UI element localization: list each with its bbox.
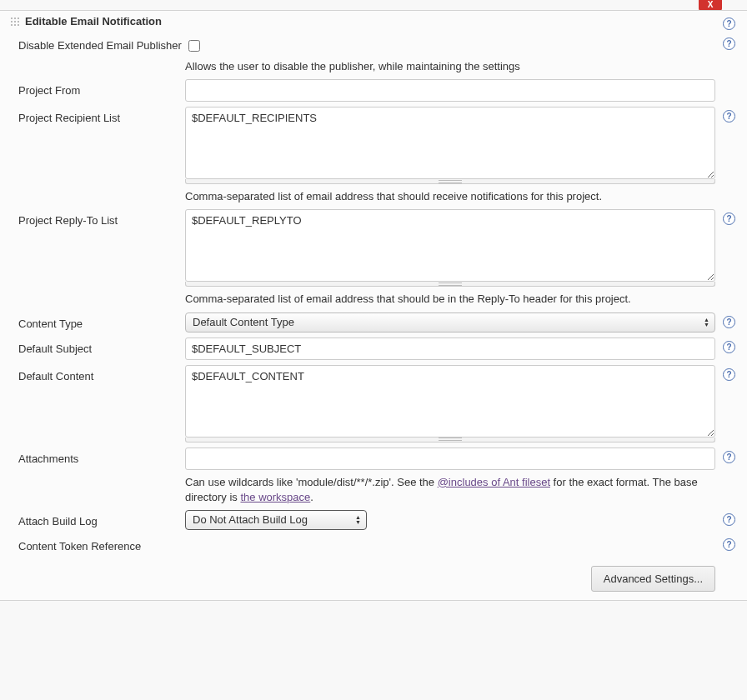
content-token-ref-label: Content Token Reference bbox=[10, 535, 185, 552]
disable-publisher-checkbox[interactable] bbox=[188, 40, 200, 52]
content-type-select[interactable]: Default Content Type bbox=[185, 312, 715, 332]
ant-fileset-link[interactable]: @includes of Ant fileset bbox=[438, 476, 550, 488]
workspace-link[interactable]: the workspace bbox=[240, 491, 310, 503]
default-subject-label: Default Subject bbox=[10, 338, 185, 355]
disable-publisher-label: Disable Extended Email Publisher bbox=[10, 34, 185, 52]
resize-handle[interactable] bbox=[185, 438, 715, 442]
attachments-input[interactable] bbox=[185, 448, 715, 470]
recipient-list-help: Comma-separated list of email address th… bbox=[185, 189, 715, 204]
replyto-list-textarea[interactable]: $DEFAULT_REPLYTO bbox=[185, 209, 715, 282]
help-icon[interactable]: ? bbox=[723, 38, 735, 50]
help-icon[interactable]: ? bbox=[723, 110, 735, 122]
help-icon[interactable]: ? bbox=[723, 368, 735, 381]
editable-email-notification-section: Editable Email Notification ? Disable Ex… bbox=[0, 10, 747, 601]
attachments-label: Attachments bbox=[10, 448, 185, 465]
attachments-help: Can use wildcards like 'module/dist/**/*… bbox=[185, 475, 715, 505]
advanced-settings-button[interactable]: Advanced Settings... bbox=[591, 566, 715, 592]
recipient-list-textarea[interactable]: $DEFAULT_RECIPIENTS bbox=[185, 107, 715, 179]
content-type-label: Content Type bbox=[10, 312, 185, 330]
help-icon[interactable]: ? bbox=[723, 538, 735, 551]
recipient-list-label: Project Recipient List bbox=[10, 107, 185, 124]
help-icon[interactable]: ? bbox=[723, 316, 735, 328]
project-from-label: Project From bbox=[10, 79, 185, 97]
help-icon[interactable]: ? bbox=[723, 18, 735, 30]
default-content-textarea[interactable]: $DEFAULT_CONTENT bbox=[185, 365, 715, 438]
default-content-label: Default Content bbox=[10, 365, 185, 382]
help-icon[interactable]: ? bbox=[723, 513, 735, 526]
help-icon[interactable]: ? bbox=[723, 212, 735, 225]
default-subject-input[interactable] bbox=[185, 338, 715, 360]
help-icon[interactable]: ? bbox=[723, 451, 735, 463]
resize-handle[interactable] bbox=[185, 179, 715, 184]
section-title: Editable Email Notification bbox=[25, 15, 162, 28]
attach-build-log-label: Attach Build Log bbox=[10, 510, 185, 528]
attach-build-log-select[interactable]: Do Not Attach Build Log bbox=[185, 510, 367, 530]
help-icon[interactable]: ? bbox=[723, 341, 735, 353]
resize-handle[interactable] bbox=[185, 282, 715, 287]
replyto-list-help: Comma-separated list of email address th… bbox=[185, 292, 715, 307]
disable-publisher-help: Allows the user to disable the publisher… bbox=[185, 59, 715, 74]
drag-handle-icon[interactable] bbox=[10, 17, 20, 27]
replyto-list-label: Project Reply-To List bbox=[10, 209, 185, 227]
project-from-input[interactable] bbox=[185, 79, 715, 102]
